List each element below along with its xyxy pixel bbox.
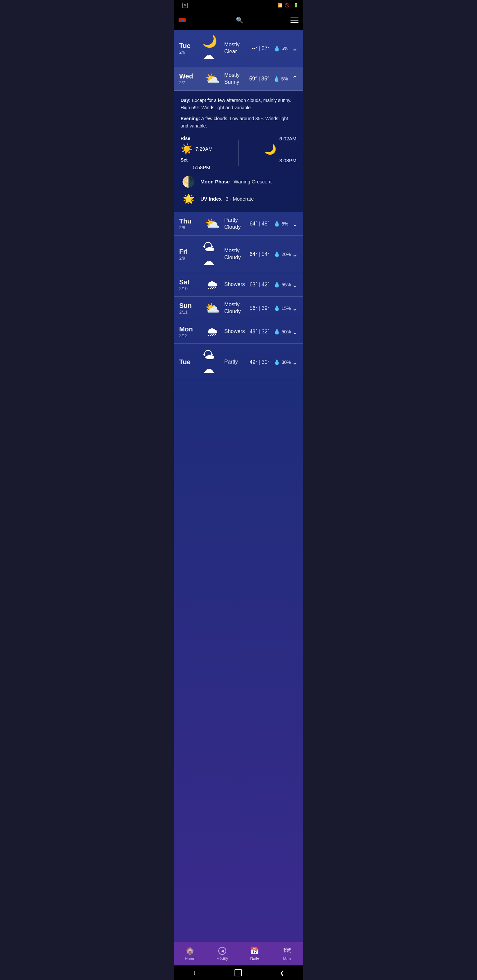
temperature-range: 49° | 30° — [249, 359, 270, 365]
app-header: 🔍 — [174, 11, 303, 30]
weather-description: Mostly Sunny — [222, 72, 249, 86]
chevron-down-icon: ⌄ — [292, 281, 298, 289]
precipitation: 💧 5% — [273, 76, 290, 82]
uv-icon: 🌟 — [180, 193, 196, 204]
day-info: Sat 2/10 — [179, 278, 203, 291]
day-detail-panel: Day: Except for a few afternoon clouds, … — [174, 91, 303, 212]
moon-phase-row: 🌗 Moon Phase Waning Crescent — [180, 175, 297, 188]
weather-description: Showers — [222, 281, 249, 288]
weather-condition-icon: ⛅ — [203, 72, 222, 86]
sun-set-time: 5:58PM — [180, 165, 233, 170]
day-name: Fri — [179, 248, 203, 256]
status-left: ✕ — [179, 3, 187, 8]
temperature-range: 64° | 48° — [249, 221, 270, 227]
weather-description: Partly — [222, 359, 249, 366]
rain-drop-icon: 💧 — [274, 328, 280, 335]
weather-description: Showers — [222, 328, 249, 335]
day-row[interactable]: Sat 2/10 🌧Showers 63° | 42° 💧 55% ⌄ — [174, 273, 303, 297]
temp-high: 59° — [249, 76, 257, 82]
status-bar: ✕ 📶 🚫 🔋 — [174, 0, 303, 11]
weather-condition-icon: 🌤☁ — [203, 240, 222, 268]
location-display[interactable]: 🔍 — [233, 17, 243, 24]
evening-label: Evening: — [180, 116, 200, 121]
menu-button[interactable] — [290, 18, 298, 23]
weather-condition-icon: 🌙☁ — [203, 35, 222, 62]
forecast-scroll[interactable]: Tue 2/6 🌙☁Mostly Clear --° | 27° 💧 5% ⌄ … — [174, 30, 303, 381]
temperature-range: 59° | 35° — [249, 76, 269, 82]
day-info: Fri 2/9 — [179, 248, 203, 261]
day-entry: Tue 2/6 🌙☁Mostly Clear --° | 27° 💧 5% ⌄ — [174, 30, 303, 67]
sun-moon-divider — [238, 140, 239, 166]
precipitation: 💧 20% — [274, 251, 290, 257]
day-row[interactable]: Thu 2/8 ⛅Partly Cloudy 64° | 48° 💧 5% ⌄ — [174, 212, 303, 236]
day-row[interactable]: Sun 2/11 ⛅Mostly Cloudy 56° | 39° 💧 15% … — [174, 297, 303, 320]
day-row[interactable]: Tue 🌤☁Partly 49° | 30° 💧 30% ⌄ — [174, 344, 303, 381]
search-icon[interactable]: 🔍 — [236, 17, 243, 24]
rain-drop-icon: 💧 — [274, 359, 280, 365]
day-name: Sat — [179, 278, 203, 286]
day-entry: Sat 2/10 🌧Showers 63° | 42° 💧 55% ⌄ — [174, 273, 303, 297]
day-name: Sun — [179, 302, 203, 310]
uv-index-row: 🌟 UV Index 3 - Moderate — [180, 193, 297, 204]
sun-times: Rise ☀️ 7:29AM Set 5:58PM — [180, 136, 233, 170]
rain-drop-icon: 💧 — [274, 221, 280, 227]
chevron-down-icon: ⌄ — [292, 220, 298, 228]
temperature-range: 64° | 54° — [249, 251, 270, 257]
temp-low: 27° — [262, 45, 270, 51]
precipitation: 💧 5% — [274, 45, 290, 52]
day-info: Thu 2/8 — [179, 218, 203, 230]
rise-label: Rise — [180, 136, 190, 141]
precipitation: 💧 50% — [274, 328, 290, 335]
temperature-range: 49° | 32° — [249, 329, 270, 335]
temp-high: --° — [252, 45, 258, 51]
temp-low: 30° — [262, 359, 270, 365]
day-date: 2/9 — [179, 256, 203, 261]
evening-forecast-text: Evening: A few clouds. Low around 35F. W… — [180, 115, 297, 130]
temp-low: 48° — [262, 221, 270, 227]
moon-phase-value: Waning Crescent — [233, 179, 272, 185]
day-entry: Sun 2/11 ⛅Mostly Cloudy 56° | 39° 💧 15% … — [174, 297, 303, 320]
temp-low: 54° — [262, 251, 270, 257]
temp-high: 56° — [249, 305, 257, 311]
day-row[interactable]: Fri 2/9 🌤☁Mostly Cloudy 64° | 54° 💧 20% … — [174, 236, 303, 273]
temp-low: 42° — [262, 282, 270, 288]
day-date: 2/7 — [179, 80, 203, 85]
precip-percent: 30% — [282, 360, 291, 365]
temp-separator: | — [259, 359, 260, 365]
weather-content: Tue 2/6 🌙☁Mostly Clear --° | 27° 💧 5% ⌄ … — [174, 30, 303, 942]
day-entry: Wed 2/7 ⛅Mostly Sunny 59° | 35° 💧 5% ⌃ D… — [174, 67, 303, 212]
moon-times: Rise 6:02AM 🌙 3:08PM — [244, 136, 297, 163]
day-name: Thu — [179, 218, 203, 225]
temp-low: 39° — [262, 305, 270, 311]
chevron-up-icon: ⌃ — [292, 75, 298, 83]
temp-low: 35° — [262, 76, 269, 82]
set-label: Set — [180, 157, 188, 162]
day-row[interactable]: Tue 2/6 🌙☁Mostly Clear --° | 27° 💧 5% ⌄ — [174, 30, 303, 67]
weather-condition-icon: ⛅ — [203, 301, 222, 315]
day-date: 2/10 — [179, 286, 203, 291]
day-row[interactable]: Wed 2/7 ⛅Mostly Sunny 59° | 35° 💧 5% ⌃ — [174, 67, 303, 91]
day-label: Day: — [180, 98, 190, 103]
temp-high: 49° — [249, 329, 257, 335]
day-entry: Tue 🌤☁Partly 49° | 30° 💧 30% ⌄ — [174, 344, 303, 381]
day-name: Tue — [179, 42, 203, 50]
temp-separator: | — [259, 305, 260, 311]
rain-drop-icon: 💧 — [273, 76, 280, 82]
weather-description: Mostly Cloudy — [222, 247, 249, 261]
rain-drop-icon: 💧 — [274, 305, 280, 311]
precipitation: 💧 30% — [274, 359, 290, 365]
rain-drop-icon: 💧 — [274, 282, 280, 288]
day-row[interactable]: Mon 2/12 🌧Showers 49° | 32° 💧 50% ⌄ — [174, 320, 303, 344]
precip-percent: 15% — [282, 305, 291, 311]
weather-description: Mostly Clear — [222, 41, 252, 55]
moon-set-time: 3:08PM — [244, 158, 297, 163]
day-name: Tue — [179, 358, 203, 366]
precip-percent: 5% — [282, 46, 288, 51]
sun-moon-section: Rise ☀️ 7:29AM Set 5:58PM — [180, 136, 297, 170]
day-info: Sun 2/11 — [179, 302, 203, 315]
day-date: 2/11 — [179, 310, 203, 315]
sun-rise-time: 7:29AM — [195, 146, 213, 152]
weather-condition-icon: 🌧 — [203, 278, 222, 292]
precip-percent: 55% — [282, 282, 291, 287]
weather-description: Partly Cloudy — [222, 217, 249, 231]
